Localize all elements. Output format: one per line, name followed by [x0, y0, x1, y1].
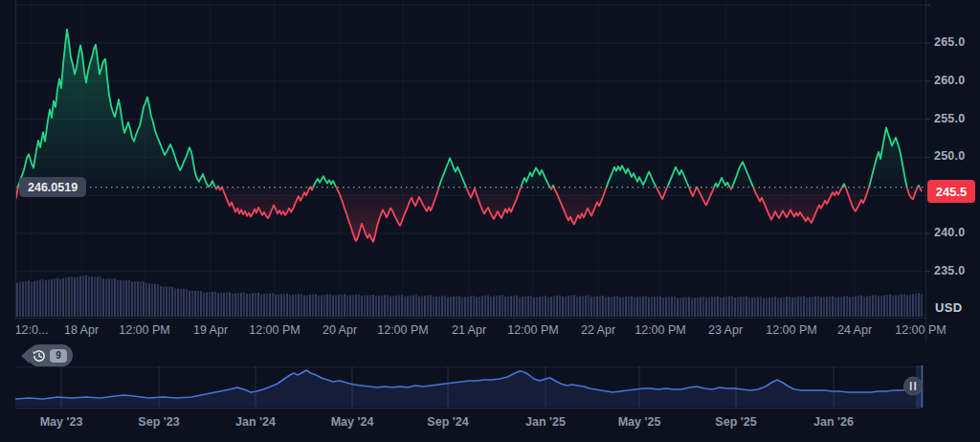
price-tick-label: 250.0 [934, 149, 965, 163]
time-tick-label: 22 Apr [581, 323, 615, 337]
time-tick-label: 12:00 PM [635, 323, 686, 337]
time-tick-label: 12:0... [15, 323, 49, 337]
time-tick-label: 19 Apr [193, 323, 228, 337]
nav-date-label: Sep '24 [427, 415, 468, 429]
time-tick-label: 23 Apr [708, 323, 743, 337]
time-tick-label: 12:00 PM [249, 323, 301, 337]
price-tick-label: 260.0 [934, 74, 965, 87]
history-clock-icon [33, 349, 46, 363]
time-tick-label: 12:00 PM [766, 323, 817, 337]
nav-date-label: Sep '23 [138, 415, 179, 429]
price-tick-label: 265.0 [934, 35, 965, 49]
nav-date-label: Jan '24 [235, 415, 276, 429]
time-tick-label: 12:00 PM [507, 323, 559, 337]
time-tick-label: 12:00 PM [119, 323, 170, 337]
time-tick-label: 20 Apr [323, 323, 357, 337]
time-tick-label: 12:00 PM [895, 323, 947, 337]
time-tick-label: 12:00 PM [377, 323, 429, 337]
time-tick-label: 21 Apr [452, 323, 486, 337]
nav-date-label: May '24 [331, 415, 374, 429]
history-badge[interactable]: 9 [21, 344, 73, 366]
nav-date-label: Jan '26 [813, 415, 854, 429]
time-tick-label: 18 Apr [64, 323, 99, 337]
price-chart-canvas[interactable] [0, 0, 980, 442]
navigator-handle[interactable] [904, 377, 923, 395]
time-tick-label: 24 Apr [837, 323, 872, 337]
price-tick-label: 240.0 [934, 226, 965, 239]
trading-chart-window: 265.0260.0255.0250.0240.0235.0 USD 245.5… [0, 0, 980, 442]
nav-date-label: Sep '25 [715, 415, 756, 429]
nav-date-label: May '25 [618, 415, 661, 429]
nav-date-label: May '23 [40, 415, 83, 429]
current-price-badge: 245.5 [927, 180, 975, 203]
price-tick-label: 255.0 [934, 112, 965, 125]
nav-date-label: Jan '25 [525, 415, 566, 429]
price-tick-label: 235.0 [934, 264, 965, 277]
history-count-badge: 9 [50, 349, 67, 363]
currency-label: USD [935, 300, 962, 315]
navigator-minichart[interactable] [15, 370, 922, 407]
baseline-price-label: 246.0519 [19, 177, 86, 197]
